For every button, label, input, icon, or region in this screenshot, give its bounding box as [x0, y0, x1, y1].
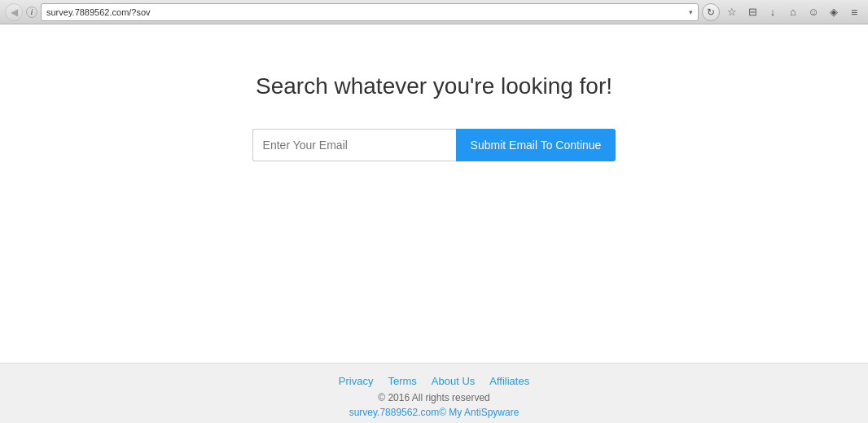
footer-copyright: © 2016 All rights reserved: [0, 392, 868, 403]
email-input[interactable]: [252, 129, 456, 161]
info-icon[interactable]: i: [26, 7, 37, 18]
main-heading: Search whatever you're looking for!: [256, 73, 612, 99]
footer-brand: survey.7889562.com© My AntiSpyware: [0, 407, 868, 418]
url-bar[interactable]: survey.7889562.com/?sov ▾: [41, 3, 699, 21]
menu-icon[interactable]: ≡: [845, 3, 863, 21]
download-icon[interactable]: ↓: [764, 3, 782, 21]
url-text: survey.7889562.com/?sov: [46, 7, 686, 17]
home-icon[interactable]: ⌂: [784, 3, 802, 21]
star-icon[interactable]: ☆: [723, 3, 741, 21]
submit-button[interactable]: Submit Email To Continue: [456, 129, 616, 161]
emoji-icon[interactable]: ☺: [804, 3, 822, 21]
footer-link-terms[interactable]: Terms: [388, 375, 416, 387]
browser-toolbar: ◀ i survey.7889562.com/?sov ▾ ↻ ☆ ⊟ ↓ ⌂ …: [0, 0, 868, 24]
footer-link-affiliates[interactable]: Affiliates: [489, 375, 529, 387]
refresh-button[interactable]: ↻: [702, 3, 720, 21]
footer-links: Privacy Terms About Us Affiliates: [0, 375, 868, 387]
toolbar-icons: ☆ ⊟ ↓ ⌂ ☺ ◈ ≡: [723, 3, 863, 21]
footer-link-privacy[interactable]: Privacy: [339, 375, 374, 387]
bookmark-icon[interactable]: ⊟: [743, 3, 761, 21]
page-content: Search whatever you're looking for! Subm…: [0, 24, 868, 363]
pocket-icon[interactable]: ◈: [825, 3, 843, 21]
back-button[interactable]: ◀: [5, 3, 23, 21]
url-dropdown-icon[interactable]: ▾: [689, 8, 693, 16]
footer-link-about[interactable]: About Us: [432, 375, 475, 387]
email-form: Submit Email To Continue: [252, 129, 616, 161]
footer: Privacy Terms About Us Affiliates © 2016…: [0, 363, 868, 423]
